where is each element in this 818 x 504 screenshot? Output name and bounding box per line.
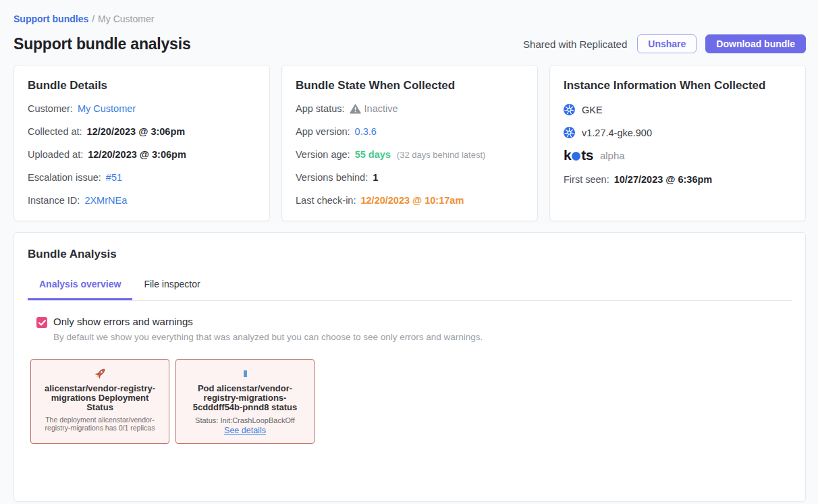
bundle-details-card: Bundle Details Customer: My Customer Col… (13, 65, 270, 221)
filter-description: By default we show you everything that w… (53, 332, 483, 342)
download-bundle-button[interactable]: Download bundle (705, 34, 806, 53)
versions-behind-value: 1 (373, 171, 378, 184)
versions-behind-row: Versions behind: 1 (296, 171, 524, 184)
shared-status-text: Shared with Replicated (523, 38, 627, 50)
last-checkin-label: Last check-in: (296, 194, 356, 207)
result-message: The deployment alicenstar/vendor-registr… (42, 416, 158, 432)
filter-label[interactable]: Only show errors and warnings (53, 316, 483, 327)
only-errors-checkbox[interactable] (36, 317, 47, 328)
k8s-version-row: v1.27.4-gke.900 (564, 127, 792, 138)
pod-status-result-card: Pod alicenstar/vendor-registry-migration… (175, 359, 315, 444)
customer-link[interactable]: My Customer (78, 103, 136, 115)
versions-behind-label: Versions behind: (296, 171, 368, 184)
kots-row: kts alpha (564, 147, 792, 163)
app-version-link[interactable]: 0.3.6 (355, 125, 377, 138)
instance-info-card: Instance Information When Collected (549, 65, 806, 221)
bundle-analysis-card: Bundle Analysis Analysis overview File i… (13, 232, 806, 502)
instance-id-label: Instance ID: (28, 194, 80, 207)
header-actions: Shared with Replicated Unshare Download … (523, 34, 806, 53)
pod-icon (244, 366, 247, 382)
breadcrumb-separator: / (92, 13, 94, 24)
bundle-analysis-title: Bundle Analysis (28, 248, 792, 261)
deployment-status-result-card: alicenstar/vendor-registry-migrations De… (30, 359, 169, 444)
support-bundle-analysis-page: Support bundles/My Customer Support bund… (0, 0, 818, 502)
page-header: Support bundle analysis Shared with Repl… (13, 34, 806, 53)
app-version-label: App version: (296, 125, 350, 138)
bundle-state-title: Bundle State When Collected (296, 79, 524, 92)
checkmark-icon (38, 320, 46, 326)
uploaded-at-value: 12/20/2023 @ 3:06pm (88, 148, 186, 161)
kubernetes-icon (564, 127, 575, 138)
filter-text: Only show errors and warnings By default… (53, 316, 483, 342)
escalation-issue-row: Escalation issue: #51 (28, 171, 256, 184)
first-seen-row: First seen: 10/27/2023 @ 6:36pm (564, 173, 792, 186)
app-status-value: Inactive (364, 103, 398, 115)
breadcrumb: Support bundles/My Customer (13, 13, 806, 24)
k8s-version-value: v1.27.4-gke.900 (582, 128, 652, 138)
kots-logo-o-dot (572, 152, 580, 161)
collected-at-label: Collected at: (28, 125, 82, 138)
last-checkin-value: 12/20/2023 @ 10:17am (360, 194, 464, 207)
distribution-value: GKE (582, 105, 603, 115)
app-status-row: App status: Inactive (296, 103, 524, 115)
page-title: Support bundle analysis (13, 35, 191, 53)
tab-analysis-overview[interactable]: Analysis overview (28, 279, 132, 300)
collected-at-value: 12/20/2023 @ 3:06pm (87, 125, 186, 138)
kots-logo-k: k (564, 147, 571, 163)
version-age-row: Version age: 55 days (32 days behind lat… (296, 148, 524, 161)
distribution-row: GKE (564, 104, 792, 115)
see-details-link[interactable]: See details (224, 426, 266, 435)
kots-logo-ts: ts (581, 147, 593, 163)
first-seen-label: First seen: (564, 173, 609, 186)
app-status-label: App status: (296, 103, 345, 115)
tab-file-inspector[interactable]: File inspector (132, 279, 211, 300)
kubernetes-icon (564, 104, 575, 115)
app-version-row: App version: 0.3.6 (296, 125, 524, 138)
version-age-note: (32 days behind latest) (397, 148, 486, 161)
rocket-icon (92, 366, 107, 382)
result-status: Status: Init:CrashLoopBackOff (195, 416, 295, 424)
escalation-issue-label: Escalation issue: (28, 171, 101, 184)
instance-id-row: Instance ID: 2XMrNEa (28, 194, 256, 207)
kots-channel: alpha (600, 150, 625, 161)
analysis-tabs: Analysis overview File inspector (28, 279, 792, 300)
analysis-results: alicenstar/vendor-registry-migrations De… (30, 359, 792, 444)
unshare-button[interactable]: Unshare (637, 34, 697, 53)
version-age-label: Version age: (296, 148, 350, 161)
warning-triangle-icon (350, 104, 361, 114)
last-checkin-row: Last check-in: 12/20/2023 @ 10:17am (296, 194, 524, 207)
bundle-state-card: Bundle State When Collected App status: … (281, 65, 538, 221)
breadcrumb-current: My Customer (98, 13, 154, 24)
instance-id-link[interactable]: 2XMrNEa (84, 194, 127, 207)
breadcrumb-support-bundles-link[interactable]: Support bundles (13, 13, 88, 24)
uploaded-at-label: Uploaded at: (28, 148, 83, 161)
first-seen-value: 10/27/2023 @ 6:36pm (614, 173, 713, 186)
customer-row: Customer: My Customer (28, 103, 256, 115)
escalation-issue-link[interactable]: #51 (106, 171, 122, 184)
uploaded-at-row: Uploaded at: 12/20/2023 @ 3:06pm (28, 148, 256, 161)
instance-info-title: Instance Information When Collected (564, 79, 792, 92)
customer-label: Customer: (28, 103, 73, 115)
collected-at-row: Collected at: 12/20/2023 @ 3:06pm (28, 125, 256, 138)
kots-logo: kts (564, 147, 593, 163)
tabs-divider (28, 300, 792, 301)
result-title: alicenstar/vendor-registry-migrations De… (45, 384, 155, 412)
errors-warnings-filter: Only show errors and warnings By default… (36, 316, 792, 342)
result-title: Pod alicenstar/vendor-registry-migration… (190, 384, 300, 412)
version-age-value: 55 days (355, 148, 391, 161)
summary-cards-row: Bundle Details Customer: My Customer Col… (13, 65, 806, 221)
bundle-details-title: Bundle Details (28, 79, 256, 92)
